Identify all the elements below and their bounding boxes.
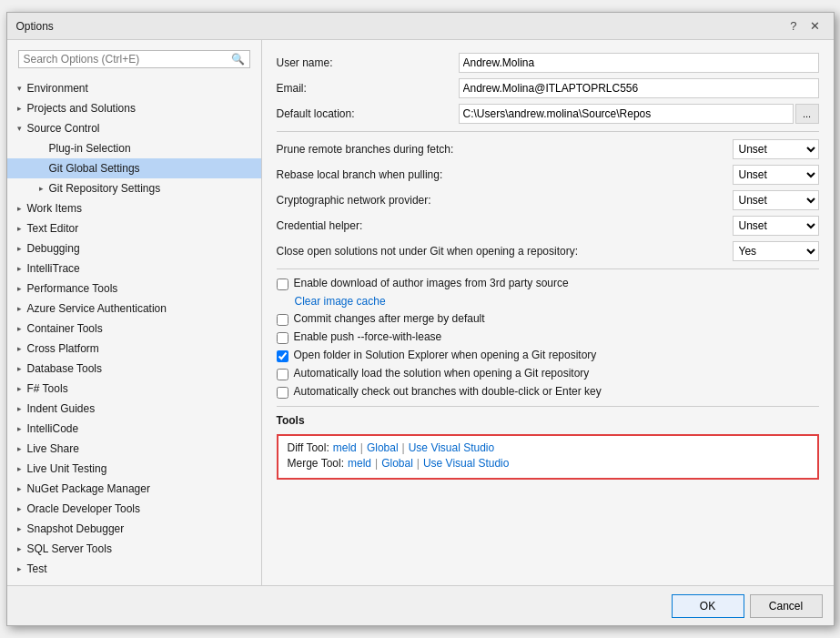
- username-row: User name:: [277, 53, 819, 73]
- tree-item-intellicode[interactable]: IntelliCode: [7, 419, 261, 439]
- chevron-icon: [15, 523, 25, 534]
- tree-item-text-editor[interactable]: Text Editor: [7, 218, 261, 238]
- checkbox-auto-checkout[interactable]: [277, 387, 288, 399]
- chevron-icon: [15, 363, 25, 374]
- chevron-icon: [15, 403, 25, 414]
- checkbox-label-force-push: Enable push --force-with-lease: [294, 330, 442, 343]
- tree-item-debugging[interactable]: Debugging: [7, 238, 261, 258]
- tree-item-work-items[interactable]: Work Items: [7, 198, 261, 218]
- chevron-icon: [15, 103, 25, 114]
- diff-vs-link[interactable]: Use Visual Studio: [409, 441, 495, 454]
- tree-item-label: Git Repository Settings: [49, 182, 161, 195]
- browse-button[interactable]: ...: [795, 104, 819, 124]
- rebase-select[interactable]: UnsetTrueFalse: [733, 165, 819, 185]
- close-solutions-label: Close open solutions not under Git when …: [277, 245, 733, 258]
- location-label: Default location:: [277, 107, 459, 120]
- chevron-icon: [15, 423, 25, 434]
- checkbox-label-auto-load-solution: Automatically load the solution when ope…: [294, 367, 590, 380]
- tree-item-label: IntelliTrace: [27, 262, 80, 275]
- checkbox-force-push[interactable]: [277, 332, 288, 344]
- close-solutions-select[interactable]: YesNo: [733, 241, 819, 261]
- checkbox-open-folder[interactable]: [277, 350, 288, 362]
- tree-item-sql-server-tools[interactable]: SQL Server Tools: [7, 539, 261, 559]
- checkbox-label-download-author-images: Enable download of author images from 3r…: [294, 277, 569, 289]
- checkbox-commit-merge[interactable]: [277, 314, 288, 326]
- tree-item-database-tools[interactable]: Database Tools: [7, 359, 261, 379]
- chevron-icon: [15, 223, 25, 234]
- help-button[interactable]: ?: [785, 19, 801, 33]
- tree-item-projects-solutions[interactable]: Projects and Solutions: [7, 98, 261, 118]
- tree-item-label: Database Tools: [27, 362, 103, 375]
- merge-tool-row: Merge Tool: meld | Global | Use Visual S…: [288, 457, 808, 470]
- rebase-label: Rebase local branch when pulling:: [277, 168, 733, 181]
- checkbox-label-open-folder: Open folder in Solution Explorer when op…: [294, 349, 597, 361]
- checkbox-download-author-images[interactable]: [277, 278, 288, 290]
- diff-global-link[interactable]: Global: [367, 441, 399, 454]
- tree-item-oracle-developer-tools[interactable]: Oracle Developer Tools: [7, 499, 261, 519]
- checkbox-auto-load-solution[interactable]: [277, 369, 288, 380]
- search-input[interactable]: [24, 53, 231, 66]
- tree-item-live-unit-testing[interactable]: Live Unit Testing: [7, 459, 261, 479]
- options-dialog: Options ? ✕ 🔍 EnvironmentProjects and So…: [6, 12, 835, 626]
- tree-item-git-repository-settings[interactable]: Git Repository Settings: [7, 178, 261, 198]
- merge-tool-label: Merge Tool:: [288, 457, 344, 470]
- tree-item-test[interactable]: Test: [7, 559, 261, 579]
- chevron-icon: [15, 303, 25, 314]
- merge-global-link[interactable]: Global: [381, 457, 413, 470]
- chevron-icon: [15, 203, 25, 214]
- diff-sep-2: |: [402, 441, 405, 454]
- username-input[interactable]: [459, 53, 819, 73]
- checkbox-row-download-author-images: Enable download of author images from 3r…: [277, 277, 819, 290]
- location-input[interactable]: [459, 104, 794, 124]
- tree-item-snapshot-debugger[interactable]: Snapshot Debugger: [7, 519, 261, 539]
- prune-select[interactable]: UnsetTrueFalse: [733, 139, 819, 159]
- tree-item-intellitrace[interactable]: IntelliTrace: [7, 258, 261, 278]
- tree-item-container-tools[interactable]: Container Tools: [7, 319, 261, 339]
- right-panel: User name: Email: Default location: ... …: [262, 40, 834, 585]
- clear-cache-link[interactable]: Clear image cache: [295, 295, 819, 308]
- dialog-body: 🔍 EnvironmentProjects and SolutionsSourc…: [7, 40, 834, 585]
- tree-item-fsharp-tools[interactable]: F# Tools: [7, 379, 261, 399]
- tree-item-label: Oracle Developer Tools: [27, 502, 141, 515]
- crypto-select[interactable]: UnsetTrueFalse: [733, 190, 819, 210]
- checkboxes-container: Enable download of author images from 3r…: [277, 277, 819, 399]
- rebase-row: Rebase local branch when pulling: UnsetT…: [277, 165, 819, 185]
- tree-item-label: NuGet Package Manager: [27, 482, 150, 495]
- dialog-footer: OK Cancel: [7, 585, 834, 625]
- merge-meld-link[interactable]: meld: [348, 457, 371, 470]
- close-button[interactable]: ✕: [805, 19, 825, 33]
- tree-item-cross-platform[interactable]: Cross Platform: [7, 339, 261, 359]
- tree-item-source-control[interactable]: Source Control: [7, 118, 261, 138]
- tree-item-label: Cross Platform: [27, 342, 99, 355]
- tree-item-git-global-settings[interactable]: Git Global Settings: [7, 158, 261, 178]
- tree-item-label: F# Tools: [27, 382, 68, 395]
- ok-button[interactable]: OK: [672, 594, 744, 618]
- tree-item-label: SQL Server Tools: [27, 542, 112, 555]
- diff-meld-link[interactable]: meld: [333, 441, 357, 454]
- tree-item-environment[interactable]: Environment: [7, 78, 261, 98]
- search-icon: 🔍: [231, 53, 245, 66]
- search-container: 🔍: [7, 40, 261, 76]
- tree-item-azure-service-auth[interactable]: Azure Service Authentication: [7, 299, 261, 319]
- search-box[interactable]: 🔍: [18, 50, 250, 68]
- cancel-button[interactable]: Cancel: [750, 594, 823, 618]
- tree-item-nuget-package-manager[interactable]: NuGet Package Manager: [7, 479, 261, 499]
- checkbox-label-auto-checkout: Automatically check out branches with do…: [294, 385, 602, 398]
- credential-select[interactable]: UnsetTrueFalse: [733, 216, 819, 236]
- titlebar: Options ? ✕: [7, 13, 834, 40]
- chevron-icon: [15, 383, 25, 394]
- tree-item-live-share[interactable]: Live Share: [7, 439, 261, 459]
- chevron-icon: [15, 323, 25, 334]
- tree-item-performance-tools[interactable]: Performance Tools: [7, 278, 261, 299]
- checkbox-row-force-push: Enable push --force-with-lease: [277, 330, 819, 344]
- merge-vs-link[interactable]: Use Visual Studio: [423, 457, 510, 470]
- tree-item-plugin-selection[interactable]: Plug-in Selection: [7, 138, 261, 158]
- close-solutions-row: Close open solutions not under Git when …: [277, 241, 819, 261]
- chevron-icon: [15, 463, 25, 474]
- credential-row: Credential helper: UnsetTrueFalse: [277, 216, 819, 236]
- credential-label: Credential helper:: [277, 219, 733, 232]
- tree-item-indent-guides[interactable]: Indent Guides: [7, 399, 261, 419]
- email-input[interactable]: [459, 78, 819, 98]
- tree-item-label: Environment: [27, 82, 88, 95]
- checkbox-row-open-folder: Open folder in Solution Explorer when op…: [277, 349, 819, 362]
